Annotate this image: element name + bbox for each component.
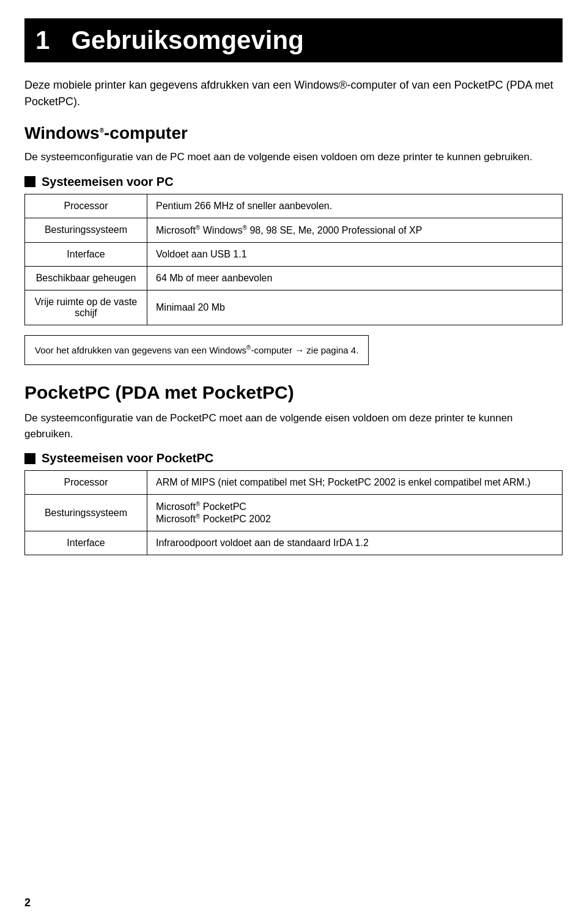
chapter-header: 1 Gebruiksomgeving — [24, 18, 563, 62]
pc-subsection-heading: Systeemeisen voor PC — [24, 175, 563, 189]
page-number: 2 — [24, 896, 31, 909]
table-row: Besturingssysteem Microsoft® PocketPCMic… — [25, 495, 563, 531]
table-row: Interface Voldoet aan USB 1.1 — [25, 242, 563, 266]
pocketpc-subsection-label: Systeemeisen voor PocketPC — [42, 451, 213, 465]
page-container: 1 Gebruiksomgeving Deze mobiele printer … — [0, 0, 587, 924]
pc-row-2-value: Microsoft® Windows® 98, 98 SE, Me, 2000 … — [147, 218, 563, 242]
windows-heading: Windows®-computer — [24, 124, 563, 143]
table-row: Vrije ruimte op de vaste schijf Minimaal… — [25, 290, 563, 325]
table-row: Beschikbaar geheugen 64 Mb of meer aanbe… — [25, 266, 563, 290]
pocketpc-subsection-heading: Systeemeisen voor PocketPC — [24, 451, 563, 465]
pc-row-3-value: Voldoet aan USB 1.1 — [147, 242, 563, 266]
chapter-title: 1 Gebruiksomgeving — [35, 26, 304, 54]
pc-row-5-label: Vrije ruimte op de vaste schijf — [25, 290, 147, 325]
pc-row-4-value: 64 Mb of meer aanbevolen — [147, 266, 563, 290]
ppc-row-2-label: Besturingssysteem — [25, 495, 147, 531]
table-row: Interface Infraroodpoort voldoet aan de … — [25, 531, 563, 555]
pc-row-1-label: Processor — [25, 194, 147, 218]
pc-row-5-value: Minimaal 20 Mb — [147, 290, 563, 325]
ppc-row-1-value: ARM of MIPS (niet compatibel met SH; Poc… — [147, 471, 563, 495]
chapter-title-text: Gebruiksomgeving — [71, 26, 303, 54]
pc-row-4-label: Beschikbaar geheugen — [25, 266, 147, 290]
bullet-square-pocketpc — [24, 453, 35, 464]
ppc-row-3-label: Interface — [25, 531, 147, 555]
pc-requirements-table: Processor Pentium 266 MHz of sneller aan… — [24, 194, 563, 325]
ppc-row-1-label: Processor — [25, 471, 147, 495]
bullet-square-pc — [24, 176, 35, 187]
chapter-number: 1 — [35, 26, 50, 54]
windows-desc: De systeemconfiguratie van de PC moet aa… — [24, 149, 563, 165]
pc-row-2-label: Besturingssysteem — [25, 218, 147, 242]
pocketpc-desc: De systeemconfiguratie van de PocketPC m… — [24, 410, 563, 442]
pc-row-1-value: Pentium 266 MHz of sneller aanbevolen. — [147, 194, 563, 218]
ppc-row-2-value: Microsoft® PocketPCMicrosoft® PocketPC 2… — [147, 495, 563, 531]
pc-row-3-label: Interface — [25, 242, 147, 266]
ppc-row-3-value: Infraroodpoort voldoet aan de standaard … — [147, 531, 563, 555]
pocketpc-heading: PocketPC (PDA met PocketPC) — [24, 382, 563, 403]
intro-text: Deze mobiele printer kan gegevens afdruk… — [24, 77, 563, 110]
pc-subsection-label: Systeemeisen voor PC — [42, 175, 174, 189]
pocketpc-requirements-table: Processor ARM of MIPS (niet compatibel m… — [24, 470, 563, 555]
table-row: Processor Pentium 266 MHz of sneller aan… — [25, 194, 563, 218]
note-box: Voor het afdrukken van gegevens van een … — [24, 335, 369, 366]
table-row: Processor ARM of MIPS (niet compatibel m… — [25, 471, 563, 495]
table-row: Besturingssysteem Microsoft® Windows® 98… — [25, 218, 563, 242]
